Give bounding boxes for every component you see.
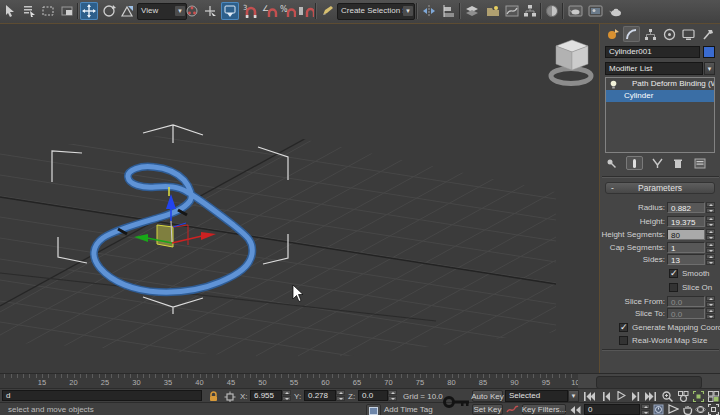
- go-to-end-button[interactable]: [643, 390, 658, 402]
- schematic-view-icon[interactable]: [521, 2, 539, 20]
- go-to-start-button[interactable]: [582, 390, 597, 402]
- modifier-stack-item-cylinder[interactable]: Cylinder: [606, 90, 714, 102]
- spinner-snap-toggle-icon[interactable]: [297, 2, 315, 20]
- object-name-field[interactable]: Cylinder001: [605, 46, 700, 58]
- height-field[interactable]: 19.375: [667, 216, 705, 227]
- slice-from-field[interactable]: 0.0: [667, 296, 705, 307]
- y-spinner[interactable]: [336, 390, 345, 401]
- maxscript-mini-listener[interactable]: d: [2, 390, 202, 401]
- auto-key-button[interactable]: Auto Key: [472, 390, 503, 402]
- z-spinner[interactable]: [388, 390, 397, 401]
- modifier-list-dropdown[interactable]: Modifier List: [605, 62, 703, 75]
- height-segments-field[interactable]: 80: [667, 229, 705, 240]
- curve-editor-icon[interactable]: [503, 2, 521, 20]
- selected-dropdown-arrow[interactable]: ▼: [568, 390, 579, 402]
- set-key-button[interactable]: Set Key: [472, 404, 503, 415]
- render-setup-icon[interactable]: [566, 2, 584, 20]
- snaps-toggle-icon[interactable]: 3: [241, 2, 259, 20]
- sides-field[interactable]: 13: [667, 254, 705, 265]
- smooth-checkbox[interactable]: [669, 269, 678, 278]
- perspective-viewport[interactable]: [0, 24, 599, 373]
- zoom-extents-all-icon[interactable]: [706, 390, 720, 402]
- remove-modifier-icon[interactable]: [670, 157, 685, 169]
- select-and-move-icon[interactable]: [80, 2, 98, 20]
- time-configuration-icon[interactable]: [652, 403, 665, 415]
- tab-motion[interactable]: [661, 26, 678, 42]
- tab-create[interactable]: [604, 26, 621, 42]
- configure-modifier-sets-icon[interactable]: [692, 157, 707, 169]
- modifier-list-arrow-button[interactable]: ▼: [704, 62, 715, 75]
- zoom-extents-icon[interactable]: [691, 390, 706, 402]
- key-mode-toggle-icon[interactable]: [568, 404, 582, 415]
- radius-field[interactable]: 0.882: [667, 202, 705, 213]
- tab-modify[interactable]: [623, 26, 640, 42]
- absolute-mode-transform-icon[interactable]: [222, 390, 238, 402]
- select-and-scale-icon[interactable]: [118, 2, 136, 20]
- use-pivot-point-center-icon[interactable]: [183, 2, 201, 20]
- make-unique-icon[interactable]: [650, 157, 665, 169]
- track-bar[interactable]: 1520253035404550556065707580859095100: [0, 373, 720, 388]
- tab-utilities[interactable]: [699, 26, 716, 42]
- render-production-icon[interactable]: [606, 2, 624, 20]
- y-coordinate-field[interactable]: 0.278: [304, 390, 336, 401]
- next-frame-button[interactable]: [628, 390, 643, 402]
- modifier-on-off-bulb-icon[interactable]: [609, 80, 618, 89]
- select-object-icon[interactable]: [1, 2, 19, 20]
- layer-manager-icon[interactable]: [463, 2, 481, 20]
- zoom-all-icon[interactable]: [676, 390, 691, 402]
- object-color-swatch[interactable]: [703, 46, 715, 58]
- pan-view-icon[interactable]: [681, 403, 694, 415]
- key-filter-selected-dropdown[interactable]: Selected: [505, 390, 568, 402]
- x-coordinate-field[interactable]: 6.955: [250, 390, 282, 401]
- orbit-icon[interactable]: [694, 403, 707, 415]
- keyboard-shortcut-override-icon[interactable]: [221, 2, 239, 20]
- named-selection-set-dropdown[interactable]: Create Selection Se ▼: [337, 3, 415, 20]
- play-animation-button[interactable]: [614, 390, 629, 402]
- material-editor-icon[interactable]: [543, 2, 561, 20]
- x-spinner[interactable]: [282, 390, 291, 401]
- current-frame-field[interactable]: 0: [584, 404, 640, 415]
- previous-frame-button[interactable]: [599, 390, 614, 402]
- mirror-icon[interactable]: [420, 2, 438, 20]
- cap-segments-field[interactable]: 1: [667, 242, 705, 253]
- set-keys-button[interactable]: [443, 389, 471, 415]
- current-frame-spinner[interactable]: [641, 404, 650, 415]
- slice-from-spinner[interactable]: [706, 296, 715, 307]
- align-icon[interactable]: [440, 2, 458, 20]
- new-key-default-in-tangent-icon[interactable]: [505, 403, 520, 415]
- rectangular-selection-region-icon[interactable]: [39, 2, 57, 20]
- sides-spinner[interactable]: [706, 254, 715, 265]
- select-and-manipulate-icon[interactable]: [201, 2, 219, 20]
- tab-hierarchy[interactable]: [642, 26, 659, 42]
- slice-on-checkbox[interactable]: [669, 283, 678, 292]
- maximize-viewport-toggle-icon[interactable]: [707, 403, 720, 415]
- height-spinner[interactable]: [706, 216, 715, 227]
- pin-stack-icon[interactable]: [604, 157, 619, 169]
- parameters-rollout-header[interactable]: - Parameters: [605, 182, 715, 194]
- track-ruler[interactable]: 1520253035404550556065707580859095100: [0, 374, 578, 389]
- real-world-map-size-checkbox[interactable]: [619, 336, 628, 345]
- height-segments-spinner[interactable]: [706, 229, 715, 240]
- zoom-icon[interactable]: [660, 390, 675, 402]
- select-by-name-icon[interactable]: [20, 2, 38, 20]
- reference-coordinate-system-dropdown[interactable]: View ▼: [137, 3, 187, 20]
- slice-to-spinner[interactable]: [706, 308, 715, 319]
- rollout-collapse-icon[interactable]: -: [611, 183, 614, 193]
- key-filters-button[interactable]: Key Filters...: [522, 404, 566, 415]
- slice-to-field[interactable]: 0.0: [667, 308, 705, 319]
- rendered-frame-window-icon[interactable]: [586, 2, 604, 20]
- percent-snap-toggle-icon[interactable]: %: [279, 2, 297, 20]
- generate-mapping-coords-checkbox[interactable]: [619, 323, 628, 332]
- field-of-view-icon[interactable]: [667, 403, 680, 415]
- angle-snap-toggle-icon[interactable]: ∠: [261, 2, 279, 20]
- window-crossing-icon[interactable]: [58, 2, 76, 20]
- cap-segments-spinner[interactable]: [706, 242, 715, 253]
- z-coordinate-field[interactable]: 0.0: [358, 390, 388, 401]
- show-end-result-icon[interactable]: [626, 156, 643, 170]
- modifier-stack-item-path-deform[interactable]: Path Deform Binding (WS: [606, 78, 714, 90]
- radius-spinner[interactable]: [706, 202, 715, 213]
- add-time-tag[interactable]: Add Time Tag: [384, 405, 433, 414]
- tab-display[interactable]: [680, 26, 697, 42]
- selection-lock-icon[interactable]: [205, 390, 221, 402]
- edit-named-selection-sets-icon[interactable]: [318, 2, 336, 20]
